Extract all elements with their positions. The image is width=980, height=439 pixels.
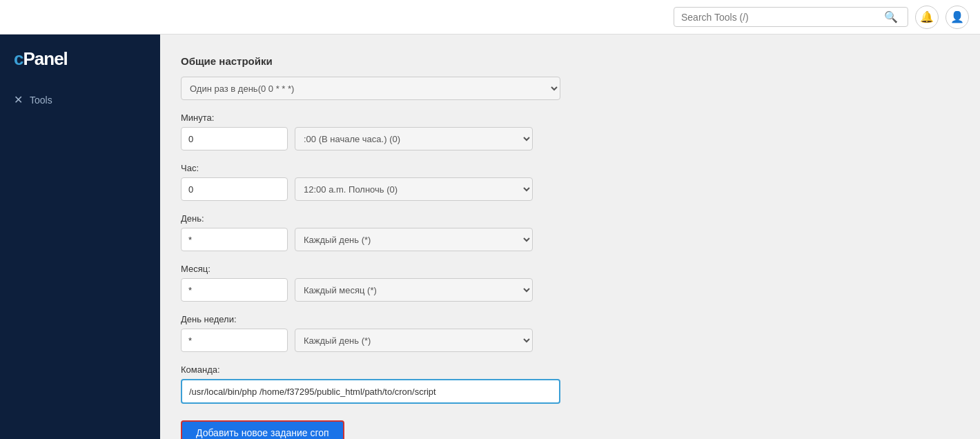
- command-input[interactable]: [181, 379, 560, 404]
- tools-icon: ✕: [14, 93, 23, 106]
- search-icon-button[interactable]: 🔍: [881, 10, 901, 23]
- month-input[interactable]: [181, 278, 288, 302]
- sidebar-item-tools[interactable]: ✕ Tools: [0, 86, 160, 113]
- weekday-row: Каждый день (*) Понедельник (1) Вторник …: [181, 329, 959, 352]
- minute-label: Минута:: [181, 113, 959, 123]
- sidebar: cPanel ✕ Tools: [0, 35, 160, 439]
- weekday-label: День недели:: [181, 314, 959, 324]
- section-title: Общие настройки: [181, 55, 959, 67]
- hour-label: Час:: [181, 163, 959, 173]
- day-label: День:: [181, 213, 959, 224]
- hour-select[interactable]: 12:00 a.m. Полночь (0) 1:00 a.m. (1) 2:0…: [295, 177, 533, 201]
- minute-group: Минута: :00 (В начале часа.) (0) :30 (0)…: [181, 113, 959, 150]
- month-row: Каждый месяц (*) Январь (1) Февраль (2): [181, 278, 959, 302]
- user-icon: 👤: [950, 10, 964, 23]
- add-cron-button[interactable]: Добавить новое задание cгоп: [181, 420, 344, 439]
- day-input[interactable]: [181, 228, 288, 251]
- bell-icon: 🔔: [920, 10, 934, 23]
- minute-row: :00 (В начале часа.) (0) :30 (0) Каждую …: [181, 127, 959, 150]
- search-box[interactable]: 🔍: [674, 7, 908, 27]
- logo-text: cPanel: [14, 48, 68, 69]
- logo: cPanel: [0, 48, 160, 86]
- user-button[interactable]: 👤: [945, 6, 969, 29]
- minute-select[interactable]: :00 (В начале часа.) (0) :30 (0) Каждую …: [295, 127, 533, 150]
- hour-row: 12:00 a.m. Полночь (0) 1:00 a.m. (1) 2:0…: [181, 177, 959, 201]
- command-label: Команда:: [181, 364, 959, 375]
- header: 🔍 🔔 👤: [0, 0, 980, 35]
- main-content: Общие настройки Один раз в день(0 0 * * …: [160, 35, 980, 439]
- weekday-input[interactable]: [181, 329, 288, 352]
- month-group: Месяц: Каждый месяц (*) Январь (1) Февра…: [181, 264, 959, 302]
- day-select[interactable]: Каждый день (*) 1 2: [295, 228, 533, 251]
- month-select[interactable]: Каждый месяц (*) Январь (1) Февраль (2): [295, 278, 533, 302]
- month-label: Месяц:: [181, 264, 959, 274]
- command-group: Команда:: [181, 364, 959, 404]
- day-group: День: Каждый день (*) 1 2: [181, 213, 959, 251]
- sidebar-item-label: Tools: [30, 95, 52, 106]
- search-input[interactable]: [681, 12, 881, 23]
- minute-input[interactable]: [181, 127, 288, 150]
- day-row: Каждый день (*) 1 2: [181, 228, 959, 251]
- hour-group: Час: 12:00 a.m. Полночь (0) 1:00 a.m. (1…: [181, 163, 959, 201]
- notifications-button[interactable]: 🔔: [915, 6, 939, 29]
- weekday-select[interactable]: Каждый день (*) Понедельник (1) Вторник …: [295, 329, 533, 352]
- preset-select[interactable]: Один раз в день(0 0 * * *) Один раз в ча…: [181, 77, 560, 100]
- hour-input[interactable]: [181, 177, 288, 201]
- weekday-group: День недели: Каждый день (*) Понедельник…: [181, 314, 959, 352]
- layout: cPanel ✕ Tools Общие настройки Один раз …: [0, 35, 980, 439]
